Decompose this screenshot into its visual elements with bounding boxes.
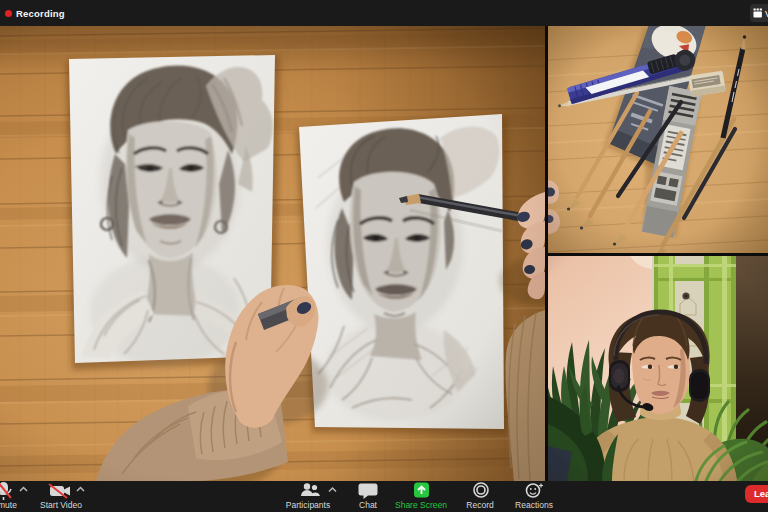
svg-text:mute: mute: [0, 500, 17, 510]
svg-text:Share Screen: Share Screen: [395, 500, 447, 510]
svg-text:Start Video: Start Video: [40, 500, 82, 510]
svg-text:Record: Record: [466, 500, 494, 510]
svg-text:Reactions: Reactions: [515, 500, 553, 510]
svg-text:Participants: Participants: [286, 500, 330, 510]
svg-text:Chat: Chat: [359, 500, 378, 510]
